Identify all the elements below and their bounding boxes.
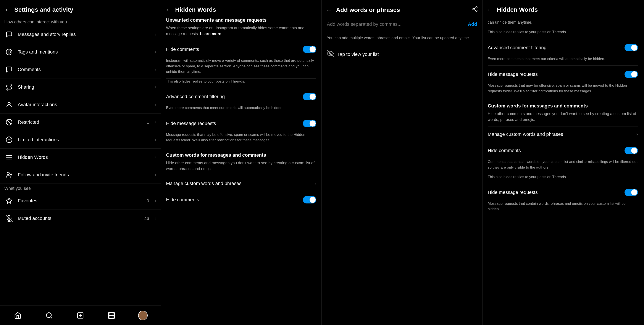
svg-marker-13 — [6, 198, 12, 203]
panel4-manage-chevron: › — [636, 132, 638, 137]
sidebar-item-hidden-words[interactable]: Hidden Words › — [0, 149, 160, 166]
favorites-chevron: › — [155, 198, 156, 204]
advanced-filter-row: Advanced comment filtering — [166, 88, 316, 105]
avatar-icon — [4, 100, 14, 109]
hidden-words-panel2: ← Hidden Words can unhide them anytime. … — [482, 0, 643, 325]
panel4-hide-comments-toggle[interactable] — [624, 147, 638, 154]
panel4-hide-msg-label: Hide message requests — [488, 190, 538, 195]
sidebar-item-follow[interactable]: Follow and invite friends › — [0, 166, 160, 184]
back-button-2[interactable]: ← — [165, 7, 172, 13]
back-button-4[interactable]: ← — [487, 7, 493, 13]
hide-comments-row: Hide comments — [166, 41, 316, 58]
panel4-section2: Custom words for messages and comments H… — [482, 100, 643, 216]
manage-words-row[interactable]: Manage custom words and phrases › — [166, 176, 316, 191]
sidebar-item-tags[interactable]: Tags and mentions › — [0, 43, 160, 61]
add-words-title: Add words or phrases — [336, 7, 468, 14]
restricted-icon — [4, 117, 14, 127]
hide-messages-desc: Message requests that may be offensive, … — [166, 132, 316, 147]
hide-comments2-row: Hide comments — [166, 191, 316, 208]
settings-title: Settings and activity — [14, 6, 156, 13]
settings-panel: ← Settings and activity How others can i… — [0, 0, 161, 325]
panel4-hide-msg-toggle[interactable] — [624, 189, 638, 196]
panel4-advanced-row: Advanced comment filtering — [488, 39, 638, 56]
section2-block: Custom words for messages and comments H… — [161, 149, 322, 208]
section2-title: Custom words for messages and comments — [166, 149, 316, 158]
panel4-messages-toggle[interactable] — [624, 71, 638, 78]
message-icon — [4, 30, 14, 39]
back-button[interactable]: ← — [4, 7, 11, 13]
limited-label: Limited interactions — [18, 137, 151, 143]
svg-line-18 — [50, 317, 52, 318]
hide-comments-toggle[interactable] — [303, 46, 316, 53]
follow-label: Follow and invite friends — [18, 172, 151, 178]
panel4-hide-msg-row: Hide message requests — [488, 184, 638, 201]
tap-to-view-row[interactable]: Tap to view your list — [322, 45, 482, 64]
hide-messages-toggle[interactable] — [303, 120, 316, 127]
favorites-label: Favorites — [18, 198, 143, 204]
panel4-section2-title: Custom words for messages and comments — [488, 100, 638, 109]
profile-avatar — [138, 311, 148, 320]
sidebar-item-comments[interactable]: Comments › — [0, 61, 160, 78]
eye-off-icon — [327, 50, 334, 59]
sidebar-item-restricted[interactable]: Restricted 1 › — [0, 114, 160, 131]
sidebar-item-favorites[interactable]: Favorites 0 › — [0, 192, 160, 210]
hidden-words-header: ← Hidden Words — [161, 0, 322, 17]
sidebar-item-muted[interactable]: Muted accounts 46 › — [0, 210, 160, 227]
settings-nav-list: How others can interact with you Message… — [0, 17, 160, 305]
sidebar-item-limited[interactable]: Limited interactions › — [0, 131, 160, 149]
hide-comments-desc: Instagram will automatically move a vari… — [166, 58, 316, 79]
section2-desc: Hide other comments and messages you don… — [166, 160, 316, 172]
bottom-navigation — [0, 305, 160, 325]
restricted-chevron: › — [155, 119, 156, 125]
add-tab[interactable] — [74, 309, 87, 322]
back-button-3[interactable]: ← — [326, 7, 332, 13]
panel4-hide-comments-label: Hide comments — [488, 148, 521, 153]
sidebar-item-messages[interactable]: Messages and story replies › — [0, 26, 160, 43]
muted-label: Muted accounts — [18, 216, 140, 221]
comments-chevron: › — [155, 67, 156, 72]
profile-tab[interactable] — [136, 309, 149, 322]
follow-chevron: › — [155, 172, 156, 178]
svg-point-0 — [8, 51, 10, 53]
panel4-top: can unhide them anytime. This also hides… — [482, 17, 643, 98]
home-tab[interactable] — [11, 309, 24, 322]
sidebar-item-avatar[interactable]: Avatar interactions › — [0, 96, 160, 114]
section2-label: What you see — [0, 184, 160, 192]
advanced-filter-toggle[interactable] — [303, 93, 316, 100]
search-tab[interactable] — [43, 309, 56, 322]
favorites-icon — [4, 196, 14, 206]
hidden-words-icon — [4, 153, 14, 162]
tags-label: Tags and mentions — [18, 49, 151, 55]
learn-more-link[interactable]: Learn more — [200, 32, 221, 36]
word-input[interactable] — [327, 22, 465, 27]
svg-line-34 — [474, 8, 476, 9]
sharing-chevron: › — [155, 84, 156, 90]
panel4-messages-desc: Message requests that may be offensive, … — [488, 83, 638, 98]
add-words-header: ← Add words or phrases — [322, 0, 482, 18]
sharing-icon — [4, 82, 14, 92]
muted-chevron: › — [155, 216, 156, 221]
share-icon[interactable] — [472, 6, 478, 14]
panel4-manage-row[interactable]: Manage custom words and phrases › — [488, 127, 638, 142]
avatar-chevron: › — [155, 102, 156, 108]
hidden-words-content: Unwanted comments and message requests W… — [161, 17, 322, 325]
restricted-label: Restricted — [18, 119, 143, 125]
hidden-words-chevron: › — [155, 154, 156, 160]
avatar-label: Avatar interactions — [18, 102, 151, 108]
comments-label: Comments — [18, 67, 151, 72]
follow-icon — [4, 170, 14, 180]
reels-tab[interactable] — [105, 309, 118, 322]
hide-comments2-toggle[interactable] — [303, 196, 316, 203]
panel4-advanced-toggle[interactable] — [624, 44, 638, 51]
panel4-hide-comments-desc2: This also hides replies to your posts on… — [488, 174, 638, 184]
hide-messages-label: Hide message requests — [166, 121, 216, 126]
add-button[interactable]: Add — [468, 22, 477, 27]
panel4-hide-comments-row: Hide comments — [488, 142, 638, 159]
sidebar-item-sharing[interactable]: Sharing › — [0, 78, 160, 96]
section1-block: Unwanted comments and message requests W… — [161, 17, 322, 147]
messages-label: Messages and story replies — [18, 32, 151, 37]
manage-words-chevron: › — [315, 181, 316, 186]
section1-title: Unwanted comments and message requests — [166, 17, 316, 23]
messages-chevron: › — [155, 32, 156, 37]
at-icon — [4, 47, 14, 57]
